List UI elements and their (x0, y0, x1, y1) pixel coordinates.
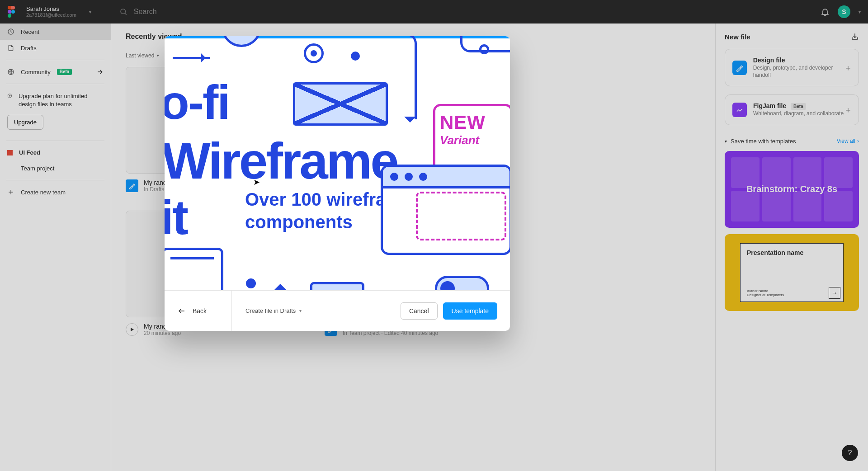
toggle-illustration-icon (435, 276, 489, 290)
template-preview-modal: o-fi Wireframe it Over 100 wireframing c… (165, 36, 510, 331)
chevron-down-icon: ▾ (299, 308, 302, 313)
decoration-icon (310, 282, 364, 290)
use-template-button[interactable]: Use template (443, 302, 497, 320)
template-hero: o-fi Wireframe it Over 100 wireframing c… (165, 36, 510, 290)
arrow-up-icon (272, 276, 288, 290)
hero-text: Wireframe (165, 131, 397, 190)
cancel-button[interactable]: Cancel (401, 302, 438, 320)
create-location-dropdown[interactable]: Create file in Drafts ▾ (245, 307, 302, 314)
decoration-icon (246, 278, 256, 288)
divider (231, 291, 232, 331)
selection-box-icon (416, 192, 506, 240)
arrow-left-icon (177, 306, 186, 316)
hero-text: it (165, 189, 187, 245)
decoration-icon (165, 248, 223, 290)
decoration-icon (304, 43, 324, 63)
hero-text: o-fi (165, 75, 229, 130)
arrow-right-icon (173, 57, 210, 59)
back-button[interactable]: Back (177, 306, 231, 316)
modal-toolbar: Back Create file in Drafts ▾ Cancel Use … (165, 290, 510, 331)
decoration-icon (351, 52, 360, 61)
progress-bar (165, 36, 510, 38)
arrow-down-icon (390, 36, 417, 119)
decoration-icon (479, 44, 489, 54)
decoration-icon (222, 36, 261, 47)
wireframe-placeholder-icon (293, 82, 388, 126)
